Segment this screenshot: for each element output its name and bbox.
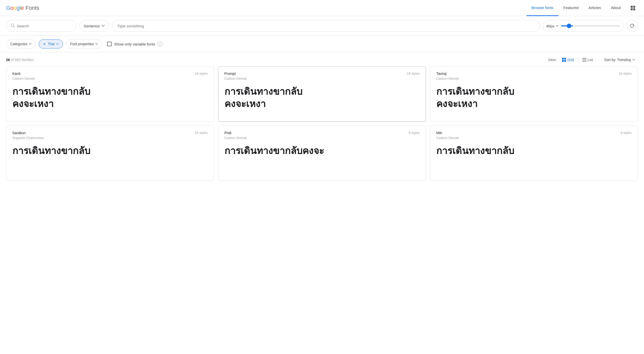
view-label: View: (548, 58, 556, 62)
card-author: Cadson Demak (224, 136, 420, 140)
card-preview: การเดินทางขากลับคงจะ (224, 145, 420, 157)
card-font-name: Pridi (224, 131, 231, 135)
logo-google: Google (6, 5, 24, 11)
nav-featured[interactable]: Featured (558, 0, 584, 16)
font-grid: Kanit 18 styles Cadson Demak การเดินทางข… (0, 66, 644, 187)
toolbar: Sentence 40px (0, 16, 644, 36)
font-properties-dropdown-icon (95, 43, 98, 45)
grid-view-label: Grid (567, 58, 574, 62)
font-card[interactable]: Mitr 6 styles Cadson Demak การเดินทางขาก… (430, 126, 638, 181)
card-header: Kanit 18 styles (12, 72, 208, 76)
svg-rect-6 (562, 58, 564, 60)
font-card[interactable]: Prompt 18 styles Cadson Demak การเดินทาง… (218, 66, 426, 122)
categories-dropdown-icon (29, 43, 31, 45)
card-header: Prompt 18 styles (224, 72, 420, 76)
card-author: Cadson Demak (12, 77, 208, 80)
card-author: Cadson Demak (224, 77, 420, 80)
header: Google Fonts Browse fonts Featured Artic… (0, 0, 644, 16)
card-header: Pridi 6 styles (224, 131, 420, 135)
nav-browse-fonts[interactable]: Browse fonts (527, 0, 558, 16)
variable-fonts-checkbox-label[interactable]: Show only variable fonts i (107, 41, 163, 46)
main-nav: Browse fonts Featured Articles About (527, 0, 638, 16)
card-preview: การเดินทางขากลับคงจะเหงา (12, 85, 208, 110)
card-styles: 6 styles (621, 131, 632, 135)
thai-filter-button[interactable]: ✕ Thai (39, 39, 63, 48)
svg-rect-11 (582, 60, 586, 60)
sort-by-button[interactable]: Sort by: Trending (601, 56, 638, 63)
results-bar: 26 of 993 families View: Grid List S (0, 52, 644, 66)
logo[interactable]: Google Fonts (6, 5, 39, 11)
size-value: 40px (546, 24, 554, 28)
grid-view-icon (562, 58, 566, 62)
size-dropdown-icon (556, 25, 558, 27)
view-divider (578, 57, 578, 62)
card-author: Cadson Demak (436, 77, 632, 80)
refresh-icon (630, 23, 635, 28)
card-font-name: Prompt (224, 72, 236, 76)
list-view-icon (582, 58, 586, 62)
svg-rect-2 (631, 8, 633, 10)
search-box (6, 20, 76, 32)
variable-fonts-checkbox[interactable] (107, 42, 112, 46)
sort-by-dropdown-icon (632, 59, 635, 61)
grid-view-button[interactable]: Grid (559, 56, 577, 63)
card-styles: 18 styles (195, 72, 208, 75)
nav-articles[interactable]: Articles (584, 0, 606, 16)
font-properties-filter-button[interactable]: Font properties (66, 39, 102, 48)
sort-by-label: Sort by: Trending (604, 58, 631, 62)
categories-filter-button[interactable]: Categories (6, 39, 36, 48)
svg-rect-0 (631, 6, 633, 8)
refresh-button[interactable] (626, 20, 638, 32)
card-styles: 16 styles (195, 131, 208, 135)
card-font-name: Mitr (436, 131, 442, 135)
variable-fonts-info-icon[interactable]: i (158, 41, 163, 46)
card-preview: การเดินทางขากลับ (436, 145, 632, 157)
card-font-name: Taviraj (436, 72, 446, 76)
font-card[interactable]: Kanit 18 styles Cadson Demak การเดินทางข… (6, 66, 214, 122)
card-preview: การเดินทางขากลับคงจะเหงา (436, 85, 632, 110)
nav-about[interactable]: About (606, 0, 626, 16)
list-view-button[interactable]: List (579, 56, 596, 63)
results-families-label: of 993 families (11, 58, 33, 62)
font-card[interactable]: Pridi 6 styles Cadson Demak การเดินทางขา… (218, 126, 426, 181)
grid-apps-button[interactable] (628, 3, 638, 13)
card-font-name: Kanit (12, 72, 20, 76)
results-count-number: 26 (6, 58, 10, 62)
svg-rect-7 (564, 58, 566, 60)
svg-rect-12 (582, 61, 586, 62)
grid-apps-icon (630, 6, 635, 11)
font-card[interactable]: Taviraj 18 styles Cadson Demak การเดินทา… (430, 66, 638, 122)
font-card[interactable]: Sarabun 16 styles Suppakit Chalermlarp ก… (6, 126, 214, 181)
results-count: 26 of 993 families (6, 58, 34, 62)
svg-rect-9 (564, 60, 566, 62)
font-size-slider[interactable] (561, 25, 620, 26)
sentence-select[interactable]: Sentence (79, 20, 109, 32)
sentence-dropdown-icon (102, 25, 105, 27)
thai-filter-close-icon: ✕ (43, 42, 46, 46)
card-font-name: Sarabun (12, 131, 26, 135)
thai-dropdown-icon (56, 43, 59, 45)
card-header: Mitr 6 styles (436, 131, 632, 135)
card-styles: 6 styles (409, 131, 420, 135)
card-styles: 18 styles (619, 72, 632, 75)
svg-line-5 (13, 26, 14, 27)
svg-rect-8 (562, 60, 564, 62)
sentence-label: Sentence (84, 24, 100, 28)
card-preview: การเดินทางขากลับ (12, 145, 208, 157)
thai-filter-label: Thai (48, 42, 55, 46)
svg-rect-1 (633, 6, 635, 8)
search-input[interactable] (17, 24, 72, 28)
list-view-label: List (588, 58, 593, 62)
card-header: Sarabun 16 styles (12, 131, 208, 135)
card-author: Cadson Demak (436, 136, 632, 140)
categories-label: Categories (10, 42, 27, 46)
variable-fonts-label: Show only variable fonts (114, 42, 155, 46)
card-styles: 18 styles (407, 72, 420, 75)
card-preview: การเดินทางขากลับคงจะเหงา (224, 85, 420, 110)
type-something-input[interactable] (112, 20, 540, 32)
card-header: Taviraj 18 styles (436, 72, 632, 76)
size-control: 40px (543, 20, 623, 32)
svg-rect-3 (633, 8, 635, 10)
search-icon (10, 23, 15, 29)
font-properties-label: Font properties (70, 42, 94, 46)
